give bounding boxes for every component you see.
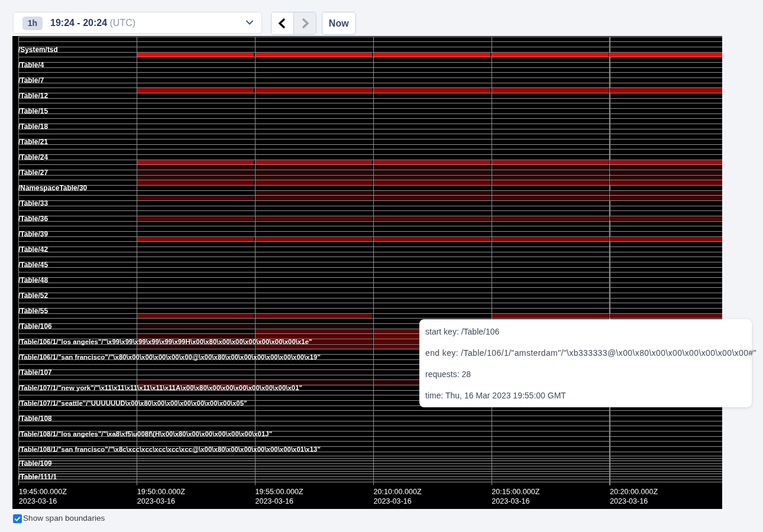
svg-text:19:55:00.000Z: 19:55:00.000Z: [256, 488, 304, 496]
svg-text:/Table/45: /Table/45: [18, 261, 48, 269]
svg-text:/Table/111/1: /Table/111/1: [18, 473, 57, 481]
svg-text:/Table/48: /Table/48: [18, 276, 48, 284]
svg-text:/Table/106/1/"los angeles"/"\x: /Table/106/1/"los angeles"/"\x99\x99\x99…: [18, 338, 312, 345]
svg-text:2023-03-16: 2023-03-16: [19, 497, 57, 505]
svg-text:/Table/55: /Table/55: [18, 307, 48, 315]
svg-text:/Table/27: /Table/27: [18, 168, 48, 177]
svg-text:20:10:00.000Z: 20:10:00.000Z: [373, 488, 422, 496]
svg-text:2023-03-16: 2023-03-16: [610, 497, 648, 505]
svg-text:2023-03-16: 2023-03-16: [256, 497, 293, 505]
svg-text:2023-03-16: 2023-03-16: [492, 497, 529, 505]
svg-text:/Table/33: /Table/33: [18, 199, 48, 207]
svg-text:20:15:00.000Z: 20:15:00.000Z: [492, 488, 540, 496]
svg-text:/Table/109: /Table/109: [18, 459, 52, 468]
svg-text:/Table/52: /Table/52: [18, 291, 48, 300]
svg-text:/Table/24: /Table/24: [18, 153, 48, 161]
svg-text:/Table/107/1/"new york"/"\x11\: /Table/107/1/"new york"/"\x11\x11\x11\x1…: [18, 384, 302, 391]
svg-text:/Table/18: /Table/18: [18, 122, 48, 131]
svg-text:/Table/12: /Table/12: [18, 92, 48, 100]
svg-text:2023-03-16: 2023-03-16: [137, 497, 175, 505]
svg-text:/Table/108/1/"san francisco"/": /Table/108/1/"san francisco"/"\x8c\xcc\x…: [18, 446, 321, 453]
svg-text:19:50:00.000Z: 19:50:00.000Z: [137, 488, 186, 496]
svg-text:/Table/7: /Table/7: [18, 76, 44, 85]
svg-text:/Table/107/1/"seattle"/"UUUUUU: /Table/107/1/"seattle"/"UUUUUUD\x00\x80\…: [18, 400, 247, 407]
svg-text:/Table/107: /Table/107: [18, 368, 52, 377]
svg-text:/Table/36: /Table/36: [18, 215, 48, 223]
svg-text:/Table/106: /Table/106: [18, 322, 52, 330]
svg-text:2023-03-16: 2023-03-16: [373, 497, 411, 505]
svg-text:/Table/42: /Table/42: [18, 245, 48, 254]
svg-text:/Table/106/1/"san francisco"/": /Table/106/1/"san francisco"/"\x80\x00\x…: [18, 353, 321, 361]
svg-text:19:45:00.000Z: 19:45:00.000Z: [19, 488, 67, 496]
svg-text:/Table/4: /Table/4: [18, 61, 44, 69]
svg-text:/Table/108: /Table/108: [18, 414, 52, 423]
svg-text:/Table/39: /Table/39: [18, 230, 48, 238]
svg-text:20:20:00.000Z: 20:20:00.000Z: [610, 488, 658, 496]
svg-text:/Table/21: /Table/21: [18, 138, 48, 146]
svg-text:/Table/15: /Table/15: [18, 107, 48, 115]
svg-text:/System/tsd: /System/tsd: [18, 46, 58, 54]
svg-text:/NamespaceTable/30: /NamespaceTable/30: [18, 184, 87, 192]
svg-text:/Table/108/1/"los angeles"/"\x: /Table/108/1/"los angeles"/"\xa8\xf5\u00…: [18, 430, 272, 437]
